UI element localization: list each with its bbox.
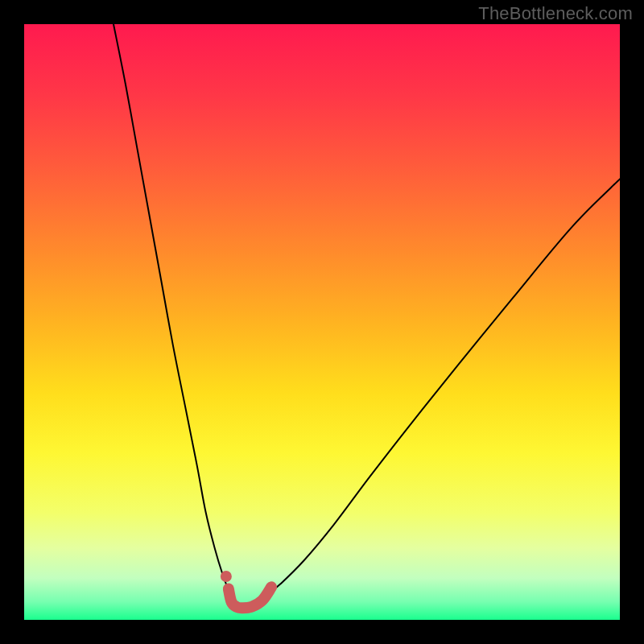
highlight-dot [221, 571, 232, 582]
highlight-segment [229, 587, 271, 608]
chart-frame: TheBottleneck.com [0, 0, 644, 644]
highlight-layer [24, 24, 620, 620]
plot-area [24, 24, 620, 620]
watermark-text: TheBottleneck.com [478, 3, 633, 24]
